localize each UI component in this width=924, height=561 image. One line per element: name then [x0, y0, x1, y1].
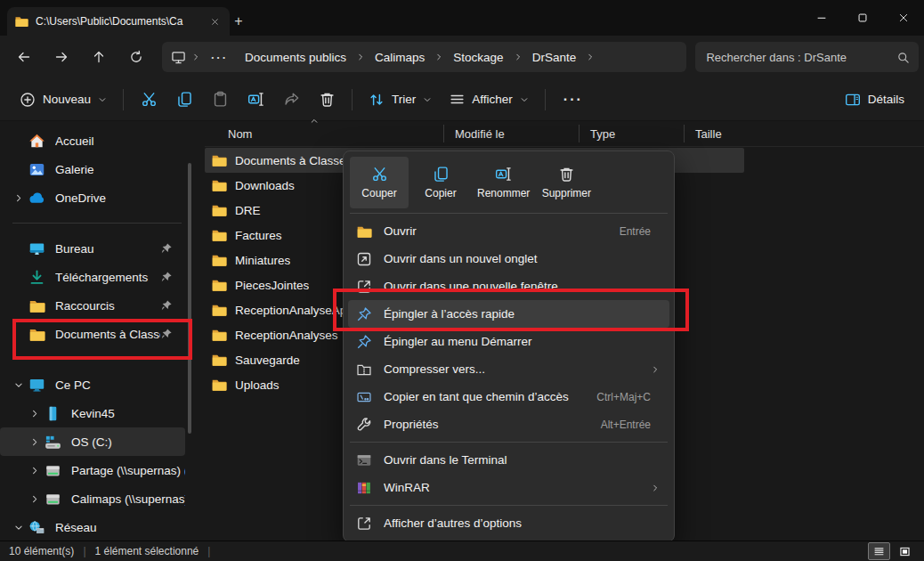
toolbar-divider: [352, 89, 353, 110]
breadcrumb-item-stockage[interactable]: Stockage: [445, 48, 511, 67]
breadcrumb-item-documents-publics[interactable]: Documents publics: [237, 48, 354, 67]
menu-item-proprietes[interactable]: PropriétésAlt+Entrée: [348, 411, 669, 438]
menu-item-ouvrir-dans-un-nouvel-onglet[interactable]: Ouvrir dans un nouvel onglet: [348, 245, 669, 272]
up-button[interactable]: [80, 41, 118, 73]
download-icon: [28, 269, 45, 286]
navigation-bar: ··· Documents publicsCalimapsStockageDrS…: [0, 36, 924, 78]
paste-button[interactable]: [202, 85, 238, 115]
title-bar: C:\Users\Public\Documents\Ca +: [0, 0, 924, 36]
breadcrumb-ellipsis[interactable]: ···: [206, 51, 233, 64]
sidebar-item-bureau[interactable]: Bureau: [0, 234, 185, 263]
share-button[interactable]: [273, 85, 309, 115]
column-header-type[interactable]: Type: [579, 125, 684, 142]
rename-button[interactable]: [238, 85, 273, 115]
status-details-view-button[interactable]: [868, 542, 890, 560]
quick-action-label: Couper: [361, 187, 396, 199]
menu-item-winrar[interactable]: WinRAR: [348, 474, 669, 501]
sidebar-item-label: OneDrive: [55, 191, 185, 205]
folder-icon: [211, 377, 227, 393]
column-header-nom[interactable]: Nom: [205, 125, 443, 142]
sidebar-scrollbar[interactable]: [188, 163, 191, 434]
maximize-icon: [856, 12, 869, 24]
sidebar-item-partage-supernas-y[interactable]: Partage (\\supernas) (Y:): [0, 456, 185, 484]
open-window-icon: [356, 279, 372, 295]
sidebar-item-galerie[interactable]: Galerie: [0, 155, 185, 183]
new-button[interactable]: Nouveau: [11, 85, 116, 115]
menu-item-afficher-d-autres-d-options[interactable]: Afficher d’autres d’options: [348, 509, 669, 537]
menu-item-epingler-au-menu-demarrer[interactable]: Épingler au menu Démarrer: [348, 328, 669, 355]
address-bar[interactable]: ··· Documents publicsCalimapsStockageDrS…: [162, 42, 686, 72]
menu-item-ouvrir-dans-une-nouvelle-fenetre[interactable]: Ouvrir dans une nouvelle fenêtre: [348, 272, 669, 300]
folder-icon: [211, 327, 227, 343]
copy-button[interactable]: [166, 85, 202, 115]
sidebar-item-label: Calimaps (\\supernas) (Z:): [71, 492, 185, 506]
sidebar-item-label: Partage (\\supernas) (Y:): [71, 464, 185, 477]
maximize-button[interactable]: [842, 0, 883, 36]
nav-buttons: [5, 41, 155, 73]
sidebar-item-documents-a-classer[interactable]: Documents à Classer: [0, 320, 185, 348]
menu-item-ouvrir[interactable]: OuvrirEntrée: [348, 217, 669, 245]
menu-item-epingler-a-l-acces-rapide[interactable]: Épingler à l’accès rapide: [348, 300, 669, 328]
chevron-right-icon[interactable]: [25, 494, 45, 504]
forward-button[interactable]: [43, 41, 80, 73]
status-large-icons-view-button[interactable]: [895, 543, 915, 559]
sidebar-item-kevin45[interactable]: Kevin45: [0, 399, 185, 427]
quick-action-couper[interactable]: Couper: [350, 157, 409, 208]
share-icon: [283, 91, 300, 108]
chev-right-icon: [651, 484, 660, 492]
folder-icon: [211, 152, 227, 168]
pin-icon: [160, 271, 173, 283]
sidebar-item-onedrive[interactable]: OneDrive: [0, 183, 185, 212]
arrow-right-icon: [54, 50, 69, 64]
close-icon: [897, 12, 910, 24]
quick-action-renommer[interactable]: Renommer: [473, 157, 534, 208]
sidebar-item-os-c[interactable]: OS (C:): [0, 427, 185, 456]
details-pane-button[interactable]: Détails: [836, 85, 913, 115]
sidebar-item-accueil[interactable]: Accueil: [0, 126, 185, 155]
quick-action-supprimer[interactable]: Supprimer: [537, 157, 596, 208]
chevron-down-icon[interactable]: [9, 380, 28, 390]
folder-icon: [211, 302, 227, 318]
column-header-modifie-le[interactable]: Modifié le: [443, 125, 579, 142]
breadcrumb-item-drsante[interactable]: DrSante: [524, 48, 585, 67]
tab-close-button[interactable]: [207, 13, 223, 29]
chevron-right-icon[interactable]: [25, 466, 45, 476]
chevron-right-icon[interactable]: [9, 193, 28, 203]
sidebar-item-reseau[interactable]: Réseau: [0, 513, 185, 541]
menu-item-compresser-vers[interactable]: Compresser vers...: [348, 355, 669, 383]
sidebar-item-label: Téléchargements: [55, 271, 160, 284]
chevron-down-icon[interactable]: [9, 523, 28, 533]
see-more-button[interactable]: ···: [553, 92, 594, 108]
search-icon: [896, 51, 910, 64]
sidebar-item-ce-pc[interactable]: Ce PC: [0, 370, 185, 399]
sidebar-item-calimaps-supernas-z[interactable]: Calimaps (\\supernas) (Z:): [0, 484, 185, 513]
search-input[interactable]: [704, 50, 891, 65]
file-name: Downloads: [235, 179, 295, 192]
back-button[interactable]: [5, 41, 43, 73]
menu-item-copier-en-tant-que-chemin-d-acces[interactable]: Copier en tant que chemin d’accèsCtrl+Ma…: [348, 383, 669, 411]
quick-action-copier[interactable]: Copier: [411, 157, 470, 208]
close-button[interactable]: [883, 0, 924, 36]
sidebar-item-telechargements[interactable]: Téléchargements: [0, 263, 185, 291]
minimize-button[interactable]: [801, 0, 842, 36]
file-name: Factures: [235, 229, 282, 242]
chevron-down-icon: [520, 95, 529, 104]
cut-button[interactable]: [131, 85, 166, 115]
explorer-tab[interactable]: C:\Users\Public\Documents\Ca: [7, 7, 230, 36]
column-header-taille[interactable]: Taille: [684, 125, 755, 142]
menu-item-shortcut: Entrée: [620, 225, 651, 238]
new-tab-button[interactable]: +: [228, 11, 249, 32]
chevron-right-icon[interactable]: [25, 437, 45, 447]
sort-button-label: Trier: [392, 93, 416, 106]
chevron-right-icon[interactable]: [25, 409, 45, 419]
delete-button[interactable]: [309, 85, 344, 115]
breadcrumb-item-calimaps[interactable]: Calimaps: [367, 48, 433, 67]
search-box[interactable]: [695, 42, 919, 72]
sort-button[interactable]: Trier: [360, 85, 441, 115]
view-button[interactable]: Afficher: [441, 85, 538, 115]
menu-item-ouvrir-dans-le-terminal[interactable]: Ouvrir dans le Terminal: [348, 446, 669, 474]
refresh-button[interactable]: [118, 41, 155, 73]
new-button-label: Nouveau: [43, 93, 91, 106]
sidebar-item-raccourcis[interactable]: Raccourcis: [0, 291, 185, 320]
file-name: Sauvegarde: [235, 354, 300, 367]
